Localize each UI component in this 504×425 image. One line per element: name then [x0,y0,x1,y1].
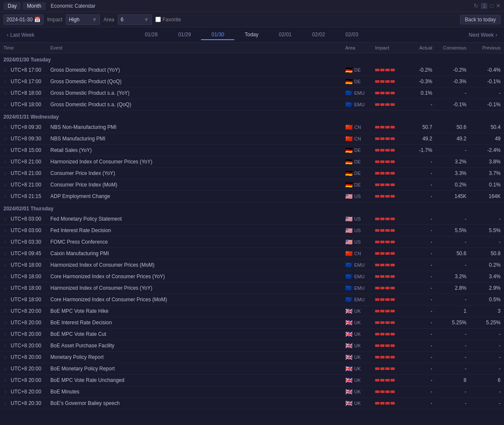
area-value: 6 [121,17,124,23]
star-icon[interactable]: ☆ [3,125,7,130]
table-row[interactable]: ☆UTC+8 17:00Gross Domestic Product (YoY)… [0,64,504,76]
table-row[interactable]: ☆UTC+8 20:00BoE Monetary Policy Report🇬🇧… [0,363,504,375]
date-tab-0128[interactable]: 01/28 [134,30,168,40]
consensus-value: 0.2% [436,179,470,191]
star-icon[interactable]: ☆ [3,332,7,337]
maximize-icon[interactable]: □ [490,3,493,9]
time-cell: ☆UTC+8 21:15 [3,193,44,199]
next-week-button[interactable]: Next Week › [466,30,501,40]
star-icon[interactable]: ☆ [3,274,7,279]
star-icon[interactable]: ☆ [3,263,7,268]
last-week-button[interactable]: ‹ Last Week [3,30,38,40]
star-icon[interactable]: ☆ [3,194,7,199]
table-row[interactable]: ☆UTC+8 18:00Gross Domestic Product s.a. … [0,99,504,111]
table-row[interactable]: ☆UTC+8 03:00Fed Monetary Policy Statemen… [0,213,504,225]
previous-value: 3.8% [470,156,504,168]
star-icon[interactable]: ☆ [3,251,7,256]
table-row[interactable]: ☆UTC+8 20:00BoE Interest Rate Decision🇬🇧… [0,317,504,329]
area-dropdown[interactable]: 6 ▼ [118,15,152,25]
date-tab-0203[interactable]: 02/03 [335,30,369,40]
star-icon[interactable]: ☆ [3,137,7,141]
reload-icon[interactable]: ↻ [474,3,478,9]
country-cell: 🇬🇧UK [345,342,368,349]
country-flag: 🇩🇪 [345,147,353,154]
star-icon[interactable]: ☆ [3,367,7,371]
star-icon[interactable]: ☆ [3,355,7,360]
back-to-today-button[interactable]: Back to today [460,15,501,24]
date-picker[interactable]: 2024-01-30 📅 [3,15,44,25]
calendar-icon: 📅 [34,17,41,23]
date-tab-0202[interactable]: 02/02 [302,30,335,40]
table-row[interactable]: ☆UTC+8 18:00Harmonized Index of Consumer… [0,282,504,294]
date-tab-0130[interactable]: 01/30 [201,30,234,40]
tab-month[interactable]: Month [23,2,45,10]
consensus-value: -0.1% [436,99,470,111]
table-row[interactable]: ☆UTC+8 18:00Harmonized Index of Consumer… [0,259,504,271]
star-icon[interactable]: ☆ [3,160,7,164]
event-name: Core Harmonized Index of Consumer Prices… [47,271,342,282]
star-icon[interactable]: ☆ [3,183,7,187]
close-icon[interactable]: ✕ [496,3,501,9]
star-icon[interactable]: ☆ [3,217,7,221]
star-icon[interactable]: ☆ [3,343,7,348]
table-row[interactable]: ☆UTC+8 20:30BoE's Governor Bailey speech… [0,398,504,409]
star-icon[interactable]: ☆ [3,148,7,153]
country-cell: 🇪🇺EMU [345,90,368,96]
star-icon[interactable]: ☆ [3,390,7,394]
table-row[interactable]: ☆UTC+8 21:15ADP Employment Change🇺🇸US-14… [0,191,504,202]
favorite-label: Favorite [163,17,181,23]
table-row[interactable]: ☆UTC+8 09:30NBS Manufacturing PMI🇨🇳CN49.… [0,133,504,145]
star-icon[interactable]: ☆ [3,68,7,73]
star-icon[interactable]: ☆ [3,297,7,302]
star-icon[interactable]: ☆ [3,228,7,233]
event-name: NBS Manufacturing PMI [47,133,342,145]
pin-icon[interactable]: 1 [481,3,487,9]
star-icon[interactable]: ☆ [3,171,7,176]
star-icon[interactable]: ☆ [3,309,7,314]
table-row[interactable]: ☆UTC+8 09:45Caixin Manufacturing PMI🇨🇳CN… [0,248,504,259]
table-row[interactable]: ☆UTC+8 09:30NBS Non-Manufacturing PMI🇨🇳C… [0,122,504,133]
table-row[interactable]: ☆UTC+8 15:00Retail Sales (YoY)🇩🇪DE-1.7%-… [0,145,504,156]
table-row[interactable]: ☆UTC+8 20:00Monetary Policy Report🇬🇧UK--… [0,352,504,363]
country-code: UK [354,355,361,360]
table-row[interactable]: ☆UTC+8 21:00Harmonized Index of Consumer… [0,156,504,168]
table-row[interactable]: ☆UTC+8 03:00Fed Interest Rate Decision🇺🇸… [0,225,504,236]
table-row[interactable]: ☆UTC+8 20:00BoE Asset Purchase Facility🇬… [0,340,504,352]
star-icon[interactable]: ☆ [3,102,7,107]
table-row[interactable]: ☆UTC+8 21:00Consumer Price Index (YoY)🇩🇪… [0,168,504,179]
star-icon[interactable]: ☆ [3,91,7,96]
table-row[interactable]: ☆UTC+8 18:00Core Harmonized Index of Con… [0,294,504,306]
time-value: UTC+8 17:00 [11,79,41,84]
header-event: Event [47,43,342,53]
date-tab-0129[interactable]: 01/29 [168,30,201,40]
consensus-value: 145K [436,191,470,202]
table-container[interactable]: Time Event Area Impact Actual Consensus … [0,43,504,425]
country-cell: 🇩🇪DE [345,170,368,177]
table-row[interactable]: ☆UTC+8 20:00BoE MPC Vote Rate Unchanged🇬… [0,375,504,386]
table-row[interactable]: ☆UTC+8 18:00Core Harmonized Index of Con… [0,271,504,282]
table-row[interactable]: ☆UTC+8 20:00BoE MPC Vote Rate Cut🇬🇧UK--- [0,329,504,340]
table-row[interactable]: ☆UTC+8 20:00BoE Minutes🇬🇧UK--- [0,386,504,398]
table-row[interactable]: ☆UTC+8 17:00Gross Domestic Product (QoQ)… [0,76,504,87]
impact-indicator [375,69,402,71]
previous-value: 0.2% [470,259,504,271]
date-tab-today[interactable]: Today [234,30,268,40]
previous-value: 50.4 [470,122,504,133]
date-tab-0201[interactable]: 02/01 [269,30,302,40]
table-row[interactable]: ☆UTC+8 03:30FOMC Press Conference🇺🇸US--- [0,236,504,248]
time-value: UTC+8 20:00 [11,331,41,337]
star-icon[interactable]: ☆ [3,286,7,291]
star-icon[interactable]: ☆ [3,401,7,406]
star-icon[interactable]: ☆ [3,79,7,84]
table-row[interactable]: ☆UTC+8 21:00Consumer Price Index (MoM)🇩🇪… [0,179,504,191]
table-row[interactable]: ☆UTC+8 18:00Gross Domestic Product s.a. … [0,87,504,99]
tab-day[interactable]: Day [3,2,21,10]
impact-dropdown[interactable]: High ▼ [66,15,100,25]
star-icon[interactable]: ☆ [3,320,7,325]
star-icon[interactable]: ☆ [3,240,7,245]
consensus-value: - [436,398,470,409]
star-icon[interactable]: ☆ [3,378,7,383]
table-row[interactable]: ☆UTC+8 20:00BoE MPC Vote Rate Hike🇬🇧UK-1… [0,306,504,317]
country-flag: 🇪🇺 [345,296,353,303]
favorite-checkbox[interactable] [155,17,161,22]
